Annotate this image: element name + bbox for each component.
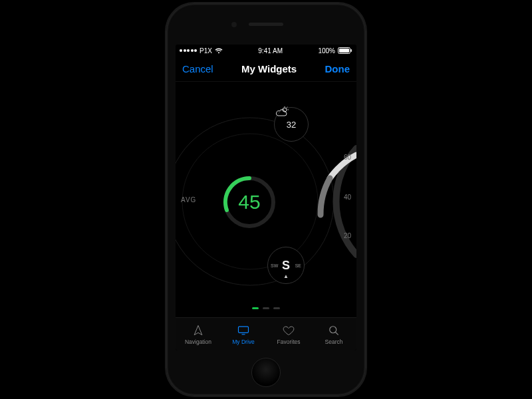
cancel-button[interactable]: Cancel xyxy=(182,63,213,74)
tab-navigation[interactable]: Navigation xyxy=(176,318,221,350)
phone-frame: P1X 9:41 AM 100% Cancel My Widgets Done xyxy=(166,3,366,396)
tab-label: Navigation xyxy=(185,338,211,345)
tab-search[interactable]: Search xyxy=(311,318,356,350)
signal-dots-icon xyxy=(180,49,197,52)
screen: P1X 9:41 AM 100% Cancel My Widgets Done xyxy=(176,45,356,350)
gauge-tick-20: 20 xyxy=(344,232,351,239)
svg-line-9 xyxy=(287,107,287,108)
carrier-label: P1X xyxy=(200,47,212,55)
done-button[interactable]: Done xyxy=(325,63,350,74)
svg-rect-1 xyxy=(339,49,349,53)
svg-point-12 xyxy=(330,326,336,332)
home-button[interactable] xyxy=(251,358,281,387)
status-time: 9:41 AM xyxy=(258,47,283,55)
tab-bar: Navigation My Drive Favorites Search xyxy=(176,317,356,350)
weather-temp: 32 xyxy=(287,120,296,130)
battery-pct: 100% xyxy=(318,47,335,55)
compass-cardinal: S xyxy=(282,259,290,273)
gauge-tick-40: 40 xyxy=(344,194,351,201)
speed-ring xyxy=(221,174,278,231)
tab-label: Search xyxy=(325,338,343,345)
page-title: My Widgets xyxy=(241,63,297,74)
page-dot-1[interactable] xyxy=(252,307,259,309)
gauge-tick-60: 60 xyxy=(344,154,351,161)
wifi-icon xyxy=(215,48,223,54)
display-icon xyxy=(237,324,250,337)
nav-bar: Cancel My Widgets Done xyxy=(176,57,356,82)
svg-rect-2 xyxy=(351,49,352,52)
page-indicator[interactable] xyxy=(252,307,280,309)
heart-icon xyxy=(282,324,295,337)
navigation-icon xyxy=(192,324,205,337)
compass-widget[interactable]: SW S SE ▲ xyxy=(267,247,305,284)
page-dot-2[interactable] xyxy=(263,307,269,309)
earpiece xyxy=(249,23,283,26)
partly-cloudy-icon xyxy=(275,106,289,117)
svg-line-13 xyxy=(336,332,338,334)
svg-rect-10 xyxy=(239,327,249,332)
tab-favorites[interactable]: Favorites xyxy=(266,318,311,350)
weather-widget[interactable]: 32 xyxy=(274,107,309,142)
search-icon xyxy=(327,324,340,337)
status-bar: P1X 9:41 AM 100% xyxy=(176,45,356,57)
speed-widget[interactable]: 45 xyxy=(221,174,278,231)
compass-sw-label: SW xyxy=(271,263,278,268)
widgets-canvas[interactable]: AVG 45 32 xyxy=(176,82,356,317)
tab-label: My Drive xyxy=(232,338,255,345)
compass-arrow-icon: ▲ xyxy=(283,273,289,279)
tab-label: Favorites xyxy=(277,338,301,345)
tab-my-drive[interactable]: My Drive xyxy=(221,318,266,350)
page-dot-3[interactable] xyxy=(273,307,280,309)
front-camera xyxy=(231,22,237,27)
avg-label: AVG xyxy=(181,196,196,203)
compass-se-label: SE xyxy=(295,263,301,268)
battery-icon xyxy=(338,47,352,54)
